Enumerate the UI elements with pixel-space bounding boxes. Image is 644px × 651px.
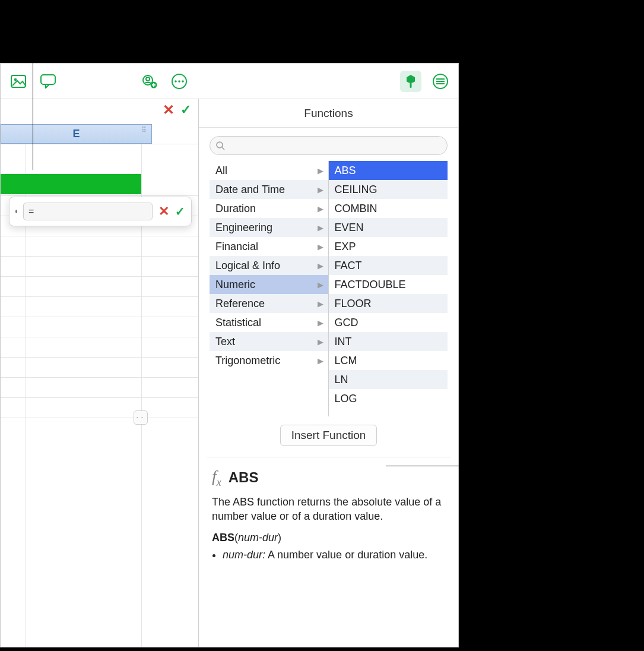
chevron-right-icon: ▶ <box>318 166 323 175</box>
svg-point-8 <box>178 80 180 83</box>
category-item[interactable]: All▶ <box>210 161 328 180</box>
selected-row-fill <box>1 174 141 194</box>
function-browser: All▶Date and Time▶Duration▶Engineering▶F… <box>210 161 448 416</box>
detail-arg: num-dur: A number value or duration valu… <box>223 548 445 562</box>
category-item[interactable]: Engineering▶ <box>210 218 328 237</box>
column-label: E <box>72 128 80 140</box>
format-icon[interactable] <box>400 71 421 92</box>
category-item[interactable]: Trigonometric▶ <box>210 351 328 370</box>
search-field[interactable] <box>210 136 448 155</box>
chevron-right-icon: ▶ <box>318 242 323 251</box>
category-item[interactable]: Text▶ <box>210 332 328 351</box>
accept-icon[interactable]: ✓ <box>180 102 191 118</box>
panels-icon[interactable] <box>430 71 451 92</box>
category-item[interactable]: Reference▶ <box>210 294 328 313</box>
formula-bullet-icon <box>15 210 17 213</box>
function-item[interactable]: EXP <box>329 237 448 256</box>
category-item[interactable]: Logical & Info▶ <box>210 256 328 275</box>
svg-point-12 <box>217 142 223 148</box>
formula-cancel-icon[interactable]: ✕ <box>158 204 169 219</box>
search-icon <box>216 141 225 150</box>
formula-editor: ✕ ✓ <box>9 197 192 226</box>
function-item[interactable]: COMBIN <box>329 199 448 218</box>
drag-grip-icon[interactable]: ⠿ <box>141 129 148 132</box>
toolbar <box>1 64 458 99</box>
chevron-right-icon: ▶ <box>318 337 323 346</box>
sheet-area: ✕ ✓ E ⠿ <box>1 99 199 647</box>
category-item[interactable]: Date and Time▶ <box>210 180 328 199</box>
comment-icon[interactable] <box>37 71 59 92</box>
more-icon[interactable] <box>169 71 190 92</box>
svg-point-7 <box>175 80 177 83</box>
media-icon[interactable] <box>8 71 29 92</box>
category-item[interactable]: Financial▶ <box>210 237 328 256</box>
formula-bar-controls: ✕ ✓ <box>163 102 191 118</box>
function-item[interactable]: FACT <box>329 256 448 275</box>
column-header[interactable]: E ⠿ <box>1 124 152 144</box>
function-list[interactable]: ABSCEILINGCOMBINEVENEXPFACTFACTDOUBLEFLO… <box>329 161 448 416</box>
function-item[interactable]: LN <box>329 370 448 389</box>
detail-name: ABS <box>229 469 259 486</box>
function-item[interactable]: LOG <box>329 389 448 408</box>
detail-signature: ABS(num-dur) <box>212 532 445 544</box>
insert-function-button[interactable]: Insert Function <box>280 425 377 446</box>
svg-point-1 <box>14 78 17 80</box>
chevron-right-icon: ▶ <box>318 204 323 213</box>
chevron-right-icon: ▶ <box>318 299 323 308</box>
chevron-right-icon: ▶ <box>318 356 323 365</box>
chevron-right-icon: ▶ <box>318 223 323 232</box>
category-item[interactable]: Duration▶ <box>210 199 328 218</box>
function-item[interactable]: EVEN <box>329 218 448 237</box>
chevron-right-icon: ▶ <box>318 318 323 327</box>
svg-line-13 <box>222 147 224 150</box>
chevron-right-icon: ▶ <box>318 261 323 270</box>
svg-point-4 <box>146 77 150 81</box>
share-icon[interactable] <box>139 71 160 92</box>
formula-input[interactable] <box>23 203 153 220</box>
panel-title: Functions <box>199 99 458 128</box>
cancel-icon[interactable]: ✕ <box>163 102 175 118</box>
detail-summary: The ABS function returns the absolute va… <box>212 495 445 524</box>
function-description: fx ABS The ABS function returns the abso… <box>199 457 458 562</box>
chevron-right-icon: ▶ <box>318 185 323 194</box>
svg-rect-2 <box>41 75 55 84</box>
category-item[interactable]: Statistical▶ <box>210 313 328 332</box>
function-item[interactable]: INT <box>329 332 448 351</box>
function-item[interactable]: ABS <box>329 161 448 180</box>
formula-accept-icon[interactable]: ✓ <box>175 204 185 219</box>
fx-icon: fx <box>212 467 221 489</box>
svg-point-9 <box>182 80 184 83</box>
function-item[interactable]: GCD <box>329 313 448 332</box>
search-input[interactable] <box>229 140 441 151</box>
category-list[interactable]: All▶Date and Time▶Duration▶Engineering▶F… <box>210 161 329 416</box>
svg-rect-10 <box>410 82 412 88</box>
function-item[interactable]: CEILING <box>329 180 448 199</box>
function-item[interactable]: LCM <box>329 351 448 370</box>
category-item[interactable]: Numeric▶ <box>210 275 328 294</box>
function-item[interactable]: FACTDOUBLE <box>329 275 448 294</box>
chevron-right-icon: ▶ <box>318 280 323 289</box>
resize-handle-icon[interactable]: ⠂⠂ <box>134 410 148 425</box>
function-item[interactable]: FLOOR <box>329 294 448 313</box>
functions-panel: Functions All▶Date and Time▶Duration▶Eng… <box>199 99 458 647</box>
